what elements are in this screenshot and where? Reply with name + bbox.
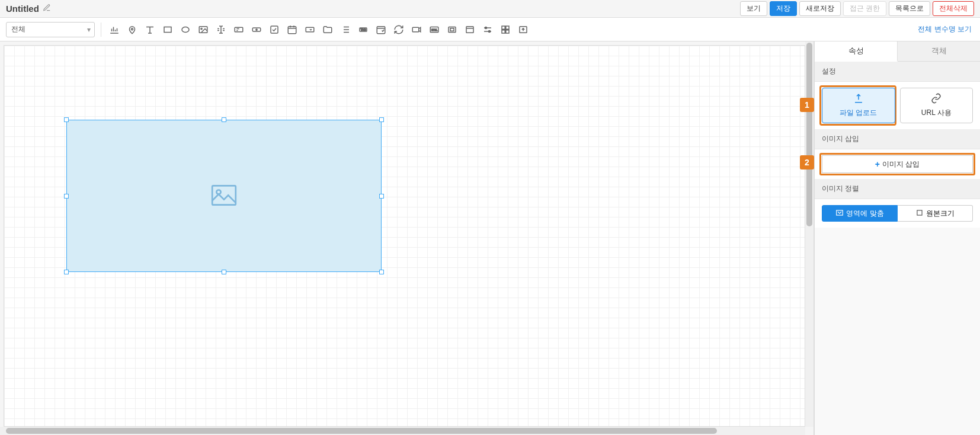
main-area: 속성 객체 설정 1 파일 업로드 URL 사용 <box>0 41 980 435</box>
image-icon[interactable] <box>196 23 210 37</box>
vertical-scroll-thumb[interactable] <box>806 43 812 226</box>
access-button: 접근 권한 <box>843 1 886 16</box>
svg-text:HTML: HTML <box>431 28 437 31</box>
resize-handle-bl[interactable] <box>64 270 69 274</box>
tag-icon[interactable]: TAG <box>356 23 370 37</box>
save-as-button[interactable]: 새로저장 <box>799 1 841 16</box>
svg-point-0 <box>132 28 133 30</box>
grid-icon[interactable] <box>498 23 513 37</box>
section-settings-header: 설정 <box>815 62 980 82</box>
to-list-button[interactable]: 목록으로 <box>889 1 930 16</box>
svg-point-2 <box>182 27 189 32</box>
align-original-label: 원본크기 <box>926 209 955 219</box>
svg-rect-9 <box>288 26 296 33</box>
toolbar: 전체 ▾ TAG HTML 전체 변수명 보기 <box>0 18 980 41</box>
svg-text:TAG: TAG <box>361 28 366 31</box>
map-pin-icon[interactable] <box>125 23 139 37</box>
section-insert-body: 2 + 이미지 삽입 <box>815 149 980 179</box>
horizontal-scroll-thumb[interactable] <box>6 428 717 434</box>
slider-icon[interactable] <box>481 23 495 37</box>
original-icon <box>915 209 924 219</box>
view-button[interactable]: 보기 <box>740 1 767 16</box>
side-panel: 속성 객체 설정 1 파일 업로드 URL 사용 <box>814 41 980 435</box>
svg-point-7 <box>256 28 257 30</box>
svg-rect-1 <box>164 27 171 32</box>
selected-image-component[interactable] <box>66 120 382 272</box>
insert-image-button[interactable]: + 이미지 삽입 <box>822 155 973 173</box>
category-select-value: 전체 <box>11 24 25 34</box>
dropdown-icon[interactable] <box>303 23 317 37</box>
resize-handle-br[interactable] <box>379 270 384 274</box>
text-icon[interactable] <box>143 23 157 37</box>
callout-1: 1 <box>800 98 814 112</box>
input-cursor-icon[interactable] <box>214 23 228 37</box>
resize-handle-tl[interactable] <box>64 117 69 122</box>
canvas[interactable] <box>4 45 805 427</box>
resize-handle-tr[interactable] <box>379 117 384 122</box>
insert-wrap: 2 + 이미지 삽입 <box>822 155 973 173</box>
date-picker-icon[interactable] <box>374 23 388 37</box>
html-icon[interactable]: HTML <box>427 23 441 37</box>
page-title: Untitled <box>6 4 39 14</box>
calendar-icon[interactable] <box>285 23 299 37</box>
rectangle-icon[interactable] <box>161 23 175 37</box>
section-settings-body: 1 파일 업로드 URL 사용 <box>815 82 980 129</box>
ellipse-icon[interactable] <box>178 23 193 37</box>
option-url[interactable]: URL 사용 <box>900 88 973 123</box>
svg-rect-8 <box>271 26 278 33</box>
option-file-upload[interactable]: 파일 업로드 <box>822 88 895 123</box>
horizontal-scrollbar[interactable] <box>0 427 805 435</box>
tab-properties[interactable]: 속성 <box>815 41 898 62</box>
tab-object[interactable]: 객체 <box>898 41 980 61</box>
option-url-label: URL 사용 <box>921 108 952 118</box>
source-option-row: 1 파일 업로드 URL 사용 <box>822 88 973 123</box>
fit-icon <box>835 209 844 219</box>
category-select[interactable]: 전체 ▾ <box>6 22 95 37</box>
insert-image-label: 이미지 삽입 <box>882 159 920 169</box>
svg-point-4 <box>201 28 202 29</box>
window-icon[interactable] <box>463 23 477 37</box>
title-area: Untitled <box>6 4 51 14</box>
section-align-body: 영역에 맞춤 원본크기 <box>815 199 980 228</box>
align-fit-button[interactable]: 영역에 맞춤 <box>822 205 898 222</box>
svg-rect-19 <box>466 26 473 33</box>
svg-rect-23 <box>506 26 509 29</box>
svg-rect-24 <box>502 30 505 33</box>
align-original-button[interactable]: 원본크기 <box>898 205 973 222</box>
resize-handle-bm[interactable] <box>222 270 226 274</box>
upload-arrow-icon <box>853 93 864 105</box>
resize-handle-mr[interactable] <box>379 194 384 199</box>
section-align-header: 이미지 정렬 <box>815 179 980 199</box>
checkbox-icon[interactable] <box>267 23 281 37</box>
svg-rect-25 <box>506 30 509 33</box>
refresh-icon[interactable] <box>392 23 406 37</box>
frame-icon[interactable] <box>445 23 459 37</box>
list-icon[interactable] <box>338 23 353 37</box>
svg-rect-30 <box>917 210 922 215</box>
plus-icon: + <box>875 159 880 169</box>
share-icon[interactable] <box>409 23 424 37</box>
svg-point-21 <box>489 30 491 32</box>
image-placeholder-icon <box>210 184 238 207</box>
upload-icon[interactable] <box>516 23 530 37</box>
align-row: 영역에 맞춤 원본크기 <box>822 205 973 222</box>
svg-rect-17 <box>449 27 456 32</box>
save-button[interactable]: 저장 <box>770 1 797 16</box>
panel-tabs: 속성 객체 <box>815 41 980 62</box>
show-variables-link[interactable]: 전체 변수명 보기 <box>918 24 972 34</box>
svg-rect-27 <box>212 185 236 204</box>
align-fit-label: 영역에 맞춤 <box>846 209 883 219</box>
textbox-icon[interactable] <box>232 23 246 37</box>
header: Untitled 보기 저장 새로저장 접근 권한 목록으로 전체삭제 <box>0 0 980 18</box>
folder-icon[interactable] <box>321 23 335 37</box>
chevron-down-icon: ▾ <box>87 25 91 34</box>
svg-point-20 <box>485 27 487 28</box>
canvas-area <box>0 41 814 435</box>
resize-handle-ml[interactable] <box>64 194 69 199</box>
chart-bar-icon[interactable] <box>107 23 121 37</box>
delete-all-button[interactable]: 전체삭제 <box>933 1 974 16</box>
button-icon[interactable] <box>249 23 264 37</box>
pencil-icon[interactable] <box>43 4 51 14</box>
resize-handle-tm[interactable] <box>222 117 226 122</box>
svg-rect-14 <box>412 27 419 32</box>
